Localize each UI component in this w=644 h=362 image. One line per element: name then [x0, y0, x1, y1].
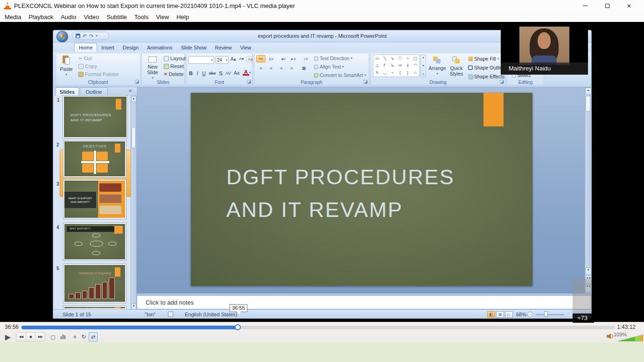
main-scrollbar-thumb[interactable] — [586, 96, 591, 111]
menu-media[interactable]: Media — [1, 13, 25, 21]
fullscreen-button[interactable]: ▢ — [49, 332, 57, 341]
strikethrough-button[interactable]: abe — [207, 69, 217, 77]
thumbnail-slide-4[interactable]: WHY EXPORT? — [63, 223, 126, 260]
tab-home[interactable]: Home — [74, 43, 97, 52]
font-dialog-launcher[interactable] — [247, 80, 251, 84]
grow-font-button[interactable]: A▴ — [231, 56, 236, 62]
italic-button[interactable]: I — [194, 69, 201, 77]
shape-effects-button[interactable]: Shape Effects — [468, 74, 504, 79]
shape-fill-button[interactable]: Shape Fill ▾ — [468, 56, 499, 62]
slide-sorter-view-button[interactable]: ⊞ — [496, 311, 504, 318]
zoom-slider-track[interactable] — [536, 314, 565, 315]
language-status[interactable]: English (United States) — [185, 312, 238, 317]
shadow-button[interactable]: S — [217, 69, 224, 77]
align-left-button[interactable]: ≡ — [256, 64, 266, 72]
zoom-slider-thumb[interactable] — [544, 311, 548, 317]
columns-button[interactable]: ▦ — [299, 64, 308, 72]
seek-bar-handle[interactable] — [235, 324, 241, 330]
extended-settings-button[interactable] — [58, 332, 67, 341]
previous-button[interactable]: ◀◀ — [16, 333, 26, 341]
clear-formatting-button[interactable]: Aa — [246, 56, 254, 63]
minimize-button[interactable] — [575, 0, 595, 12]
bullets-button[interactable]: •≡ — [256, 55, 266, 63]
random-button[interactable]: ⇄ — [89, 332, 98, 341]
new-slide-button[interactable]: New Slide ▾ — [143, 54, 162, 81]
delete-button[interactable]: ✕ Delete — [164, 71, 183, 77]
menu-view[interactable]: View — [152, 13, 173, 21]
font-color-dropdown-icon[interactable]: ▾ — [249, 71, 251, 75]
zoom-out-button[interactable]: − — [527, 312, 533, 317]
convert-smartart-button[interactable]: Convert to SmartArt ▾ — [314, 72, 366, 78]
main-scroll-down-icon[interactable]: ▼ — [585, 268, 591, 275]
stop-button[interactable]: ■ — [26, 333, 35, 341]
paste-button[interactable]: Paste ▾ — [57, 54, 75, 77]
thumbnail-slide-5[interactable]: Hindrances to Exporting — [63, 264, 126, 303]
volume-speaker-icon[interactable] — [607, 334, 613, 339]
text-direction-button[interactable]: Text Direction ▾ — [314, 56, 352, 61]
shapes-gallery-scrollbar[interactable]: ▲ ▼ ≡ — [420, 55, 426, 77]
maximize-button[interactable] — [597, 0, 617, 12]
thumbnail-slide-6[interactable]: WHAT DO YOU NEED TO BECOME AN — [63, 306, 126, 309]
font-name-combo[interactable]: ▾ — [188, 56, 214, 64]
notes-pane[interactable]: Click to add notes — [137, 295, 591, 309]
menu-audio[interactable]: Audio — [57, 13, 80, 21]
thumbnail-slide-1[interactable]: DGFT PROCEDURES AND IT REVAMP — [63, 96, 127, 138]
thumbnail-slide-3[interactable]: WHAT IS EXPORT AND IMPORT? — [63, 180, 126, 219]
zoom-level[interactable]: 68% — [516, 312, 526, 317]
tab-slide-show[interactable]: Slide Show — [177, 43, 211, 52]
font-color-button[interactable]: A — [243, 69, 249, 76]
tab-slides[interactable]: Slides — [56, 87, 79, 96]
close-button[interactable]: ✕ — [619, 0, 639, 12]
panel-scroll-up-icon[interactable]: ▲ — [131, 96, 136, 102]
play-button[interactable]: ▶ — [2, 331, 14, 342]
menu-subtitle[interactable]: Subtitle — [103, 13, 130, 21]
menu-video[interactable]: Video — [80, 13, 103, 21]
slide-canvas[interactable]: DGFT PROCEDURES AND IT REVAMP — [191, 93, 532, 286]
tab-design[interactable]: Design — [119, 43, 143, 52]
tab-outline[interactable]: Outline — [80, 87, 108, 96]
slide-title-text[interactable]: DGFT PROCEDURES AND IT REVAMP — [226, 161, 455, 226]
menu-tools[interactable]: Tools — [131, 13, 152, 21]
main-scroll-up-icon[interactable]: ▲ — [585, 88, 591, 95]
numbering-button[interactable]: 1≡ — [266, 55, 276, 63]
layout-button[interactable]: Layout ▾ — [164, 56, 189, 61]
align-center-button[interactable]: ≡ — [266, 64, 276, 72]
justify-button[interactable]: ≡ — [287, 64, 296, 72]
panel-scrollbar-thumb[interactable] — [132, 127, 136, 148]
line-spacing-button[interactable]: ↕≡ — [301, 55, 310, 63]
slideshow-view-button[interactable]: ▷ — [505, 311, 513, 318]
menu-help[interactable]: Help — [173, 13, 193, 21]
underline-button[interactable]: U — [201, 69, 207, 77]
quick-styles-button[interactable]: Quick Styles — [448, 54, 465, 77]
change-case-button[interactable]: Aa — [232, 69, 241, 77]
paragraph-dialog-launcher[interactable] — [364, 80, 368, 84]
tab-view[interactable]: View — [236, 43, 256, 52]
format-painter-button[interactable]: Format Painter — [78, 71, 119, 77]
cut-button[interactable]: ✂ Cut — [78, 56, 92, 61]
panel-close-icon[interactable]: ✕ — [128, 89, 132, 93]
seek-bar[interactable] — [21, 326, 615, 329]
spell-check-icon[interactable] — [168, 312, 173, 317]
normal-view-button[interactable]: ◧ — [487, 311, 495, 318]
playlist-button[interactable]: ≡ — [71, 332, 79, 341]
menu-playback[interactable]: Playback — [25, 13, 57, 21]
reset-button[interactable]: Reset — [164, 63, 184, 69]
align-text-button[interactable]: Align Text ▾ — [314, 64, 344, 70]
copy-button[interactable]: Copy — [78, 63, 97, 69]
tab-animations[interactable]: Animations — [143, 43, 176, 52]
shapes-gallery[interactable]: ▭╲↘□○▢ △Γ↳⇒⇓◠ ✎◡~{}☆ — [373, 55, 420, 77]
character-spacing-button[interactable]: AV — [224, 69, 232, 77]
arrange-button[interactable]: Arrange ▾ — [428, 54, 447, 77]
main-scrollbar[interactable]: ▲ ▼ ▲▲ ▼▼ — [585, 87, 592, 293]
align-right-button[interactable]: ≡ — [277, 64, 286, 72]
drawing-dialog-launcher[interactable] — [500, 80, 504, 84]
tab-review[interactable]: Review — [211, 43, 236, 52]
next-button[interactable]: ▶▶ — [35, 333, 45, 341]
font-size-combo[interactable]: 24 ▾ — [216, 56, 229, 64]
increase-indent-button[interactable]: ▸≡ — [289, 55, 298, 63]
thumbnail-slide-2[interactable]: OBJECTIVES — [63, 140, 126, 177]
clipboard-dialog-launcher[interactable] — [135, 80, 139, 84]
shrink-font-button[interactable]: A▾ — [239, 56, 244, 61]
decrease-indent-button[interactable]: ◂≡ — [279, 55, 288, 63]
shape-outline-button[interactable]: Shape Outline — [468, 65, 505, 70]
